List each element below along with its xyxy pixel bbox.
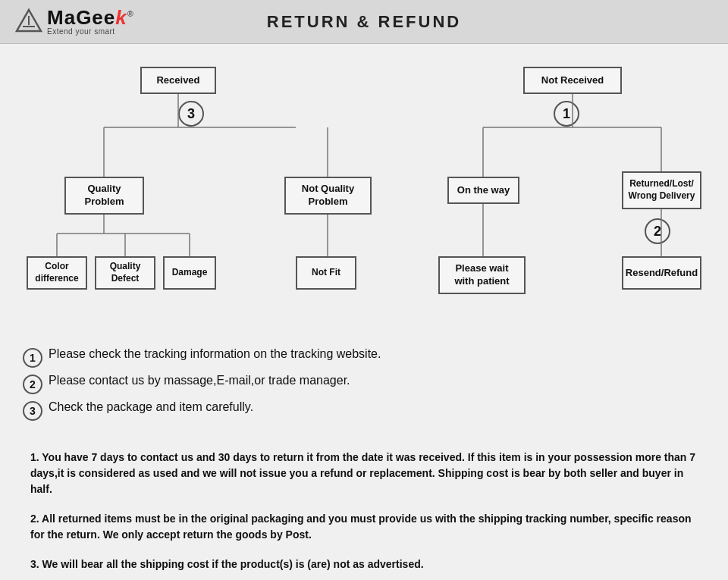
- returned-lost-node: Returned/Lost/ Wrong Delivery: [622, 171, 701, 209]
- not-quality-problem-node: Not Quality Problem: [284, 177, 372, 215]
- instruction-item-2: 2 Please contact us by massage,E-mail,or…: [23, 374, 705, 394]
- logo-icon: [15, 8, 42, 36]
- not-fit-node: Not Fit: [296, 256, 356, 290]
- header: MaGeek® Extend your smart RETURN & REFUN…: [0, 0, 728, 44]
- resend-refund-node: Resend/Refund: [622, 256, 701, 290]
- logo-text-block: MaGeek® Extend your smart: [47, 8, 134, 36]
- instr-badge-2: 2: [23, 375, 42, 394]
- badge3: 3: [178, 101, 204, 127]
- not-received-node: Not Received: [523, 67, 622, 94]
- instr-badge-1: 1: [23, 348, 42, 368]
- on-the-way-node: On the way: [447, 177, 519, 204]
- main-content: Received 3 Quality Problem Not Quality P…: [0, 44, 728, 580]
- logo-area: MaGeek® Extend your smart: [15, 8, 167, 36]
- term-item-2: 2. All returned items must be in the ori…: [30, 511, 698, 543]
- instruction-item-1: 1 Please check the tracking information …: [23, 347, 705, 368]
- badge1: 1: [554, 101, 579, 127]
- page-title: RETURN & REFUND: [167, 12, 561, 32]
- damage-node: Damage: [163, 256, 216, 290]
- quality-defect-node: Quality Defect: [95, 256, 155, 290]
- received-node: Received: [140, 67, 216, 94]
- flowchart: Received 3 Quality Problem Not Quality P…: [23, 59, 705, 332]
- instructions-section: 1 Please check the tracking information …: [23, 340, 705, 434]
- logo-tagline: Extend your smart: [47, 27, 115, 36]
- color-difference-node: Color difference: [27, 256, 87, 290]
- logo-brand: MaGeek®: [47, 8, 134, 27]
- instr-badge-3: 3: [23, 401, 42, 421]
- terms-section: 1. You have 7 days to contact us and 30 …: [23, 450, 705, 572]
- instruction-item-3: 3 Check the package and item carefully.: [23, 400, 705, 421]
- please-wait-node: Please wait with patient: [438, 256, 526, 294]
- term-item-3: 3. We will bear all the shipping cost if…: [30, 556, 698, 572]
- quality-problem-node: Quality Problem: [64, 177, 144, 215]
- badge2: 2: [645, 218, 670, 244]
- term-item-1: 1. You have 7 days to contact us and 30 …: [30, 450, 698, 497]
